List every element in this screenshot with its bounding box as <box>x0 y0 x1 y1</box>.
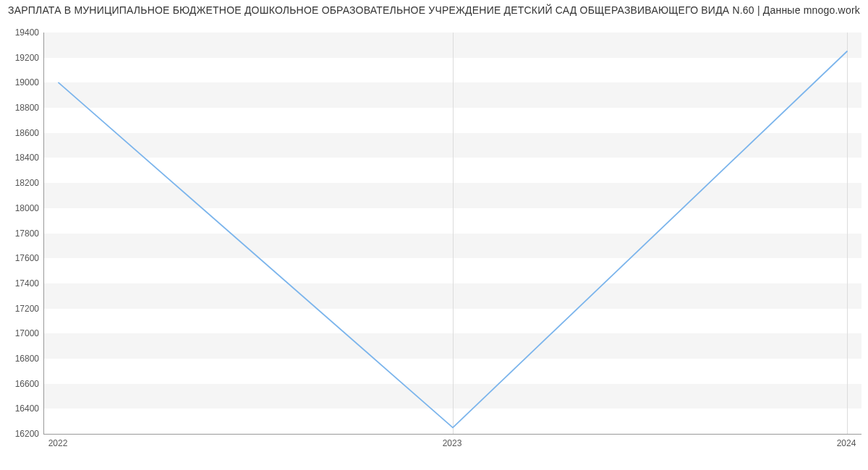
y-tick-label: 16800 <box>3 354 39 364</box>
y-tick-label: 18400 <box>3 153 39 163</box>
y-tick-label: 16600 <box>3 379 39 389</box>
plot-area <box>43 33 861 435</box>
line-series <box>44 33 861 434</box>
x-tick-label: 2022 <box>48 438 68 448</box>
y-tick-label: 18000 <box>3 203 39 213</box>
y-tick-label: 17200 <box>3 304 39 314</box>
x-tick-label: 2023 <box>443 438 462 448</box>
y-tick-label: 19200 <box>3 53 39 63</box>
y-tick-label: 18600 <box>3 128 39 138</box>
y-tick-label: 18200 <box>3 178 39 188</box>
y-tick-label: 19400 <box>3 27 39 38</box>
y-tick-label: 17800 <box>3 228 39 239</box>
y-tick-label: 18800 <box>3 103 39 113</box>
salary-chart: ЗАРПЛАТА В МУНИЦИПАЛЬНОЕ БЮДЖЕТНОЕ ДОШКО… <box>0 0 868 470</box>
y-tick-label: 17600 <box>3 253 39 263</box>
y-tick-label: 17400 <box>3 278 39 289</box>
y-tick-label: 17000 <box>3 328 39 338</box>
y-tick-label: 19000 <box>3 77 39 87</box>
y-tick-label: 16200 <box>3 429 39 439</box>
chart-title: ЗАРПЛАТА В МУНИЦИПАЛЬНОЕ БЮДЖЕТНОЕ ДОШКО… <box>0 4 868 16</box>
x-tick-label: 2024 <box>837 438 856 448</box>
y-tick-label: 16400 <box>3 403 39 414</box>
